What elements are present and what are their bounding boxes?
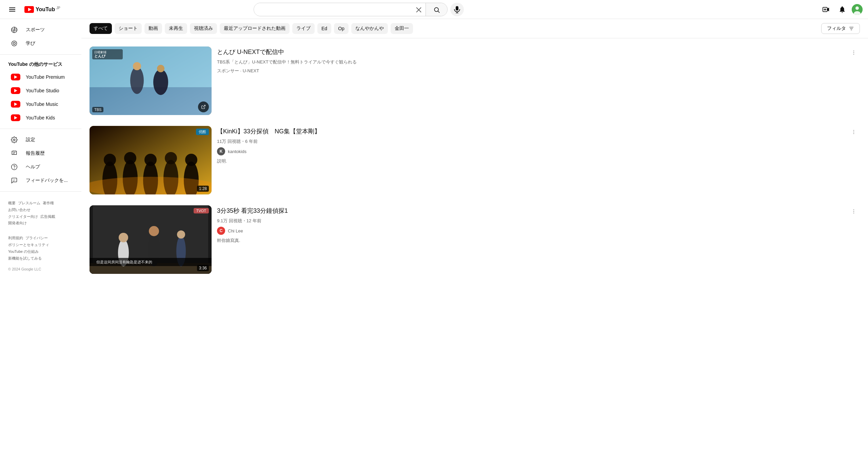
channel-avatar-kinki: K — [217, 147, 225, 155]
search-area: 33分探偵 — [254, 3, 464, 16]
feedback-label: フィードバックを... — [26, 177, 68, 184]
thumbnail-kinki: 优酷 1:28 — [90, 126, 212, 194]
svg-text:とんび: とんび — [94, 54, 106, 58]
svg-point-8 — [434, 7, 438, 12]
filter-chip-unwatched[interactable]: 未再生 — [165, 23, 187, 34]
svg-point-28 — [14, 168, 15, 169]
result-more-button-3min[interactable] — [848, 205, 860, 218]
filter-chip-live[interactable]: ライブ — [292, 23, 315, 34]
badge-tbs: TBS — [92, 107, 103, 112]
result-more-button-tonbi[interactable] — [848, 46, 860, 59]
sidebar-item-kids[interactable]: YouTube Kids — [3, 111, 79, 125]
sidebar-item-studio[interactable]: YouTube Studio — [3, 84, 79, 97]
svg-point-39 — [153, 69, 168, 95]
results-list: 日曜劇場 とんび TBS とんび U-NEXTで配信中 — [81, 38, 868, 287]
svg-point-60 — [853, 130, 854, 131]
svg-point-27 — [12, 164, 17, 170]
sidebar-divider-2 — [0, 129, 81, 129]
svg-rect-1 — [9, 9, 15, 10]
header-left: YouTube JP — [5, 3, 73, 16]
search-clear-button[interactable] — [412, 3, 426, 16]
filter-chip-videos[interactable]: 動画 — [144, 23, 162, 34]
filter-chip-ed[interactable]: Ed — [317, 23, 331, 34]
header: YouTube JP 33分探偵 — [0, 0, 868, 19]
header-right — [819, 3, 863, 16]
duration-badge-3min: 3:36 — [197, 265, 209, 271]
filter-chip-all[interactable]: すべて — [90, 23, 112, 34]
channel-name-3min: Chi Lee — [228, 228, 243, 233]
sidebar-item-help[interactable]: ヘルプ — [3, 160, 79, 174]
footer-link-contact[interactable]: お問い合わせ — [8, 208, 31, 212]
footer-link-policy[interactable]: ポリシーとセキュリティ — [8, 243, 49, 247]
filter-label: フィルタ — [827, 25, 846, 32]
thumbnail-image-3min: 但是这间房间没有鑰匙是进不来的 — [90, 205, 212, 274]
footer-link-new-features[interactable]: 新機能を試してみる — [8, 256, 42, 260]
svg-point-45 — [853, 51, 854, 51]
footer-link-copyright[interactable]: 著作権 — [43, 201, 54, 205]
youtube-kids-icon — [11, 114, 20, 121]
svg-point-61 — [853, 132, 854, 132]
footer-link-dev[interactable]: 開発者向け — [8, 221, 27, 225]
result-info-3min: 3分35秒 看完33分鐘偵探1 9.1万 回視聴・12 年前 C Chi Lee… — [217, 205, 860, 274]
result-meta-3min: 9.1万 回視聴・12 年前 — [217, 218, 860, 224]
svg-text:日曜劇場: 日曜劇場 — [94, 51, 106, 54]
result-item-tonbi[interactable]: 日曜劇場 とんび TBS とんび U-NEXTで配信中 — [90, 44, 860, 118]
youtube-logo[interactable]: YouTube JP — [24, 6, 60, 13]
svg-point-38 — [133, 62, 141, 70]
sidebar-item-music[interactable]: YouTube Music — [3, 97, 79, 111]
filter-chip-op[interactable]: Op — [334, 23, 349, 34]
svg-point-62 — [853, 133, 854, 134]
footer-link-how[interactable]: YouTube の仕組み — [8, 249, 39, 253]
music-label: YouTube Music — [26, 101, 58, 107]
mic-button[interactable] — [450, 3, 464, 16]
account-button[interactable] — [852, 4, 863, 15]
footer-links-2: 利用規約 プライバシー ポリシーとセキュリティ YouTube の仕組み 新機能… — [0, 231, 81, 266]
footer-link-creator[interactable]: クリエイター向け — [8, 214, 38, 219]
report-history-label: 報告履歴 — [26, 150, 45, 156]
filter-chip-recent[interactable]: 最近アップロードされた動画 — [220, 23, 290, 34]
result-item-3min[interactable]: 但是这间房间没有鑰匙是进不来的 TVOT 3:36 3分35秒 看完33分鐘偵探… — [90, 203, 860, 277]
filter-chip-watched[interactable]: 視聴済み — [190, 23, 217, 34]
svg-line-9 — [438, 11, 439, 13]
layout: スポーツ 学び YouTube の他のサービス YouTube Premium … — [0, 19, 868, 287]
svg-rect-2 — [9, 11, 15, 12]
settings-label: 設定 — [26, 137, 35, 143]
badge-tvot: TVOT — [194, 208, 209, 213]
result-info-kinki: 【KinKi】33分探偵 NG集【堂本剛】 11万 回視聴・6 年前 K kan… — [217, 126, 860, 194]
footer-link-terms[interactable]: 利用規約 — [8, 236, 23, 240]
notification-button[interactable] — [835, 3, 849, 16]
svg-text:YouTube: YouTube — [36, 6, 55, 12]
help-icon — [11, 164, 18, 170]
svg-point-52 — [124, 152, 136, 164]
search-form: 33分探偵 — [254, 3, 448, 16]
sidebar-item-learning[interactable]: 学び — [3, 37, 79, 50]
youtube-premium-icon — [11, 74, 20, 80]
thumbnail-image-tonbi: 日曜劇場 とんび — [90, 46, 212, 115]
footer-link-privacy[interactable]: プライバシー — [25, 236, 48, 240]
filter-button[interactable]: フィルタ — [821, 23, 860, 34]
kids-label: YouTube Kids — [26, 115, 55, 120]
result-more-button-kinki[interactable] — [848, 126, 860, 138]
sidebar-item-premium[interactable]: YouTube Premium — [3, 70, 79, 84]
footer-link-press[interactable]: プレスルーム — [18, 201, 40, 205]
svg-point-46 — [853, 52, 854, 53]
sidebar-item-settings[interactable]: 設定 — [3, 133, 79, 147]
filter-chip-nanyakanya[interactable]: なんやかんや — [351, 23, 388, 34]
sidebar-item-report-history[interactable]: 報告履歴 — [3, 147, 79, 160]
sidebar-item-feedback[interactable]: フィードバックを... — [3, 174, 79, 187]
thumbnail-image-kinki — [90, 126, 212, 194]
filter-chip-kindaichi[interactable]: 金田一 — [391, 23, 413, 34]
menu-button[interactable] — [5, 3, 19, 16]
sports-icon — [11, 26, 18, 33]
filter-chip-shorts[interactable]: ショート — [115, 23, 142, 34]
create-button[interactable] — [819, 3, 833, 16]
footer-link-ads[interactable]: 広告掲載 — [40, 214, 55, 219]
sidebar-item-sports[interactable]: スポーツ — [3, 23, 79, 37]
search-submit-button[interactable] — [426, 3, 447, 16]
badge-youku: 优酷 — [196, 129, 209, 135]
thumbnail-3min: 但是这间房间没有鑰匙是进不来的 TVOT 3:36 — [90, 205, 212, 274]
footer-link-about[interactable]: 概要 — [8, 201, 16, 205]
result-item-kinki[interactable]: 优酷 1:28 【KinKi】33分探偵 NG集【堂本剛】 11万 回視聴・6 … — [90, 123, 860, 197]
learning-icon — [11, 40, 18, 47]
search-input[interactable]: 33分探偵 — [254, 3, 412, 16]
